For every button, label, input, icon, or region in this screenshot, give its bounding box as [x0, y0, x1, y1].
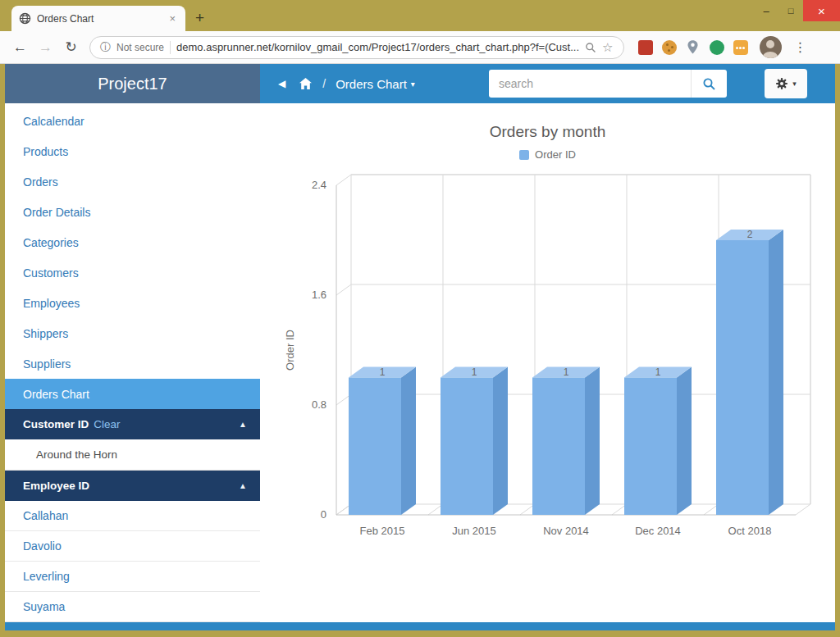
- breadcrumb-label: Orders Chart: [336, 77, 407, 91]
- filter-value-davolio[interactable]: Davolio: [5, 531, 260, 562]
- collapse-up-icon[interactable]: ▲: [239, 420, 247, 429]
- svg-text:2: 2: [746, 229, 752, 240]
- extension-icon-pin[interactable]: [686, 40, 701, 55]
- orders-chart: 00.81.62.41Feb 20151Jun 20151Nov 20141De…: [277, 162, 819, 548]
- svg-text:Dec 2014: Dec 2014: [635, 525, 681, 537]
- home-icon[interactable]: [299, 77, 313, 90]
- search-icon: [702, 77, 716, 91]
- svg-text:Nov 2014: Nov 2014: [543, 525, 589, 537]
- forward-button[interactable]: →: [34, 40, 57, 54]
- chart-legend: Order ID: [260, 148, 835, 161]
- extension-icon-cookie[interactable]: [662, 40, 677, 55]
- caret-down-icon: ▾: [792, 80, 797, 88]
- sidebar: Calcalendar Products Orders Order Detail…: [5, 103, 260, 622]
- sidebar-item-employees[interactable]: Employees: [5, 288, 260, 318]
- svg-text:0: 0: [320, 508, 326, 521]
- filter-value-suyama[interactable]: Suyama: [5, 592, 260, 622]
- zoom-icon[interactable]: [585, 42, 596, 53]
- sidebar-item-shippers[interactable]: Shippers: [5, 318, 260, 348]
- url-text[interactable]: demo.asprunner.net/kornilov_gmail_com/Pr…: [176, 41, 579, 53]
- omnibox-divider: [170, 41, 171, 54]
- svg-text:Oct 2018: Oct 2018: [728, 525, 771, 537]
- app-header: Project17 ◀ / Orders Chart ▾: [5, 64, 835, 103]
- extensions-area: [632, 40, 754, 55]
- search-bar: [489, 70, 727, 98]
- svg-text:2.4: 2.4: [311, 179, 326, 191]
- browser-menu-icon[interactable]: ⋮: [788, 39, 814, 55]
- collapse-up-icon[interactable]: ▲: [239, 481, 247, 490]
- legend-swatch: [519, 150, 529, 160]
- search-input[interactable]: [489, 70, 691, 98]
- svg-text:Order ID: Order ID: [284, 330, 296, 371]
- browser-toolbar: ← → ↻ ⓘ Not secure demo.asprunner.net/ko…: [0, 31, 840, 64]
- svg-text:1: 1: [471, 366, 477, 378]
- bookmark-star-icon[interactable]: ☆: [602, 41, 613, 53]
- gear-icon: [775, 77, 788, 90]
- svg-text:1.6: 1.6: [311, 289, 326, 301]
- extension-icon-yellow[interactable]: [733, 40, 748, 55]
- new-tab-button[interactable]: +: [185, 10, 214, 31]
- tab-title: Orders Chart: [37, 13, 161, 25]
- sidebar-item-orders-chart[interactable]: Orders Chart: [5, 379, 260, 409]
- sidebar-item-order-details[interactable]: Order Details: [5, 197, 260, 227]
- info-icon[interactable]: ⓘ: [100, 42, 111, 52]
- back-button[interactable]: ←: [8, 40, 32, 54]
- main-content: Orders by month Order ID 00.81.62.41Feb …: [260, 103, 835, 622]
- sidebar-item-suppliers[interactable]: Suppliers: [5, 348, 260, 379]
- caret-down-icon: ▾: [411, 80, 415, 89]
- sidebar-item-categories[interactable]: Categories: [5, 227, 260, 257]
- footer-bar: [5, 622, 835, 630]
- maximize-button[interactable]: □: [778, 0, 803, 21]
- extension-icon-red[interactable]: [638, 40, 653, 55]
- filter-value-callahan[interactable]: Callahan: [5, 501, 260, 531]
- chart-title: Orders by month: [260, 123, 835, 141]
- sidebar-item-calcalendar[interactable]: Calcalendar: [5, 106, 260, 136]
- tab-close-icon[interactable]: ×: [167, 12, 178, 25]
- minimize-button[interactable]: –: [754, 0, 778, 21]
- filter-group-customer-id[interactable]: Customer ID Clear ▲: [5, 409, 260, 439]
- app-body: Calcalendar Products Orders Order Detail…: [5, 103, 835, 622]
- breadcrumb-separator: /: [322, 77, 326, 90]
- svg-text:0.8: 0.8: [311, 398, 326, 411]
- tab-strip: Orders Chart × + – □ ×: [0, 0, 840, 31]
- filter-value-around-the-horn[interactable]: Around the Horn: [5, 439, 260, 471]
- filter-value-leverling[interactable]: Leverling: [5, 562, 260, 592]
- svg-text:Jun 2015: Jun 2015: [452, 525, 496, 537]
- browser-tab[interactable]: Orders Chart ×: [11, 6, 185, 31]
- clear-filter-link[interactable]: Clear: [94, 418, 120, 430]
- sidebar-item-customers[interactable]: Customers: [5, 257, 260, 288]
- profile-avatar[interactable]: [760, 36, 782, 58]
- app-topnav: ◀ / Orders Chart ▾: [260, 64, 835, 103]
- legend-label: Order ID: [535, 148, 576, 161]
- browser-window: Orders Chart × + – □ × ← → ↻ ⓘ Not secur…: [0, 0, 840, 637]
- app-brand: Project17: [5, 64, 260, 103]
- breadcrumb-orders-chart[interactable]: Orders Chart ▾: [336, 77, 415, 91]
- svg-text:1: 1: [379, 366, 385, 378]
- svg-text:Feb 2015: Feb 2015: [359, 525, 404, 537]
- sidebar-item-products[interactable]: Products: [5, 136, 260, 166]
- web-page: Project17 ◀ / Orders Chart ▾: [5, 64, 835, 630]
- security-label: Not secure: [116, 42, 164, 53]
- sidebar-item-orders[interactable]: Orders: [5, 166, 260, 197]
- chart-area: 00.81.62.41Feb 20151Jun 20151Nov 20141De…: [260, 162, 835, 548]
- svg-text:1: 1: [563, 366, 568, 378]
- collapse-sidebar-chevron-icon[interactable]: ◀: [278, 78, 285, 89]
- filter-group-label: Customer ID: [23, 418, 89, 430]
- window-controls: – □ ×: [754, 0, 840, 21]
- window-close-button[interactable]: ×: [803, 0, 840, 21]
- settings-button[interactable]: ▾: [765, 69, 807, 98]
- filter-group-employee-id[interactable]: Employee ID ▲: [5, 471, 260, 501]
- reload-button[interactable]: ↻: [59, 40, 83, 54]
- globe-favicon-icon: [19, 12, 31, 25]
- address-bar[interactable]: ⓘ Not secure demo.asprunner.net/kornilov…: [89, 36, 624, 59]
- svg-text:1: 1: [655, 366, 660, 378]
- filter-group-label: Employee ID: [23, 480, 89, 492]
- extension-icon-green[interactable]: [710, 40, 724, 55]
- search-button[interactable]: [691, 70, 727, 98]
